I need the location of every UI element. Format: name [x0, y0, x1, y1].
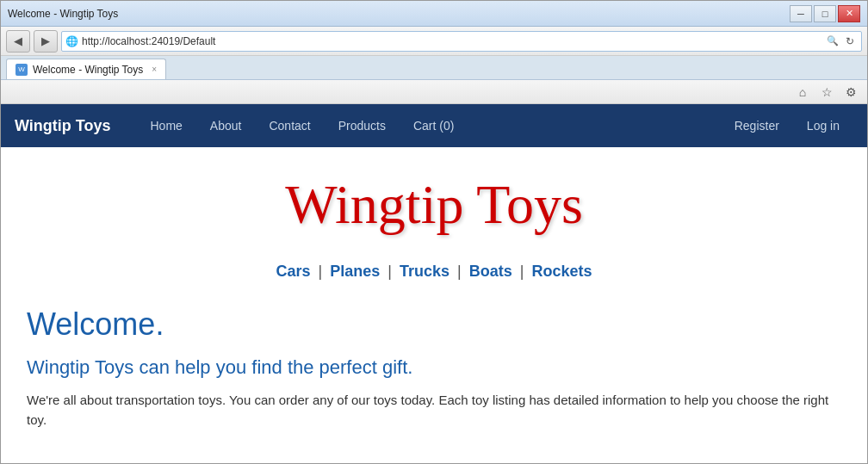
nav-register[interactable]: Register	[721, 104, 793, 147]
favorites-icon[interactable]: ☆	[817, 83, 836, 102]
refresh-button[interactable]: ↻	[842, 35, 858, 47]
nav-about[interactable]: About	[196, 104, 256, 147]
sep-4: |	[520, 263, 524, 280]
title-bar-left: Welcome - Wingtip Toys	[8, 8, 118, 20]
home-icon[interactable]: ⌂	[793, 83, 812, 102]
minimize-button[interactable]: ─	[790, 5, 812, 22]
cat-planes[interactable]: Planes	[330, 263, 380, 280]
window-title: Welcome - Wingtip Toys	[8, 8, 118, 20]
nav-right: Register Log in	[721, 104, 853, 147]
sep-2: |	[388, 263, 392, 280]
category-links: Cars | Planes | Trucks | Boats | Rockets	[27, 263, 841, 281]
site-logo[interactable]: Wingtip Toys	[15, 117, 111, 135]
site-nav: Wingtip Toys Home About Contact Products…	[1, 104, 867, 147]
welcome-heading: Welcome.	[27, 306, 841, 343]
welcome-subheading: Wingtip Toys can help you find the perfe…	[27, 356, 841, 379]
tab-label: Welcome - Wingtip Toys	[33, 64, 143, 76]
cat-trucks[interactable]: Trucks	[400, 263, 450, 280]
tab-favicon: W	[16, 64, 28, 76]
forward-button[interactable]: ▶	[34, 30, 58, 53]
tab-close-button[interactable]: ×	[152, 65, 157, 74]
nav-home[interactable]: Home	[137, 104, 196, 147]
window-frame: Welcome - Wingtip Toys ─ □ ✕ ◀ ▶ 🌐 🔍 ↻ W…	[0, 0, 868, 464]
window-controls: ─ □ ✕	[790, 5, 860, 22]
site-title-display: Wingtip Toys	[27, 164, 841, 245]
nav-cart[interactable]: Cart (0)	[400, 104, 468, 147]
nav-products[interactable]: Products	[325, 104, 400, 147]
back-button[interactable]: ◀	[6, 30, 30, 53]
nav-login[interactable]: Log in	[793, 104, 853, 147]
nav-links: Home About Contact Products Cart (0)	[137, 104, 721, 147]
sep-3: |	[457, 263, 462, 280]
welcome-body: We're all about transportation toys. You…	[27, 391, 841, 430]
tab-bar: W Welcome - Wingtip Toys ×	[1, 56, 867, 80]
browser-toolbar: ◀ ▶ 🌐 🔍 ↻	[1, 27, 867, 56]
nav-contact[interactable]: Contact	[255, 104, 324, 147]
sep-1: |	[319, 263, 323, 280]
active-tab[interactable]: W Welcome - Wingtip Toys ×	[6, 59, 166, 79]
cat-rockets[interactable]: Rockets	[531, 263, 592, 280]
browser-icons-bar: ⌂ ☆ ⚙	[1, 80, 867, 104]
cat-boats[interactable]: Boats	[469, 263, 512, 280]
address-icon: 🌐	[65, 35, 78, 47]
address-search-icon[interactable]: 🔍	[827, 35, 839, 46]
page-content: Wingtip Toys Home About Contact Products…	[1, 104, 867, 463]
title-bar: Welcome - Wingtip Toys ─ □ ✕	[1, 1, 867, 27]
maximize-button[interactable]: □	[814, 5, 836, 22]
settings-icon[interactable]: ⚙	[841, 83, 860, 102]
close-button[interactable]: ✕	[838, 5, 860, 22]
address-input[interactable]	[82, 35, 823, 47]
address-bar: 🌐 🔍 ↻	[61, 31, 862, 52]
cat-cars[interactable]: Cars	[276, 263, 310, 280]
site-title-text: Wingtip Toys	[268, 164, 600, 245]
main-content: Wingtip Toys Cars | Planes | Trucks | Bo…	[1, 147, 867, 463]
